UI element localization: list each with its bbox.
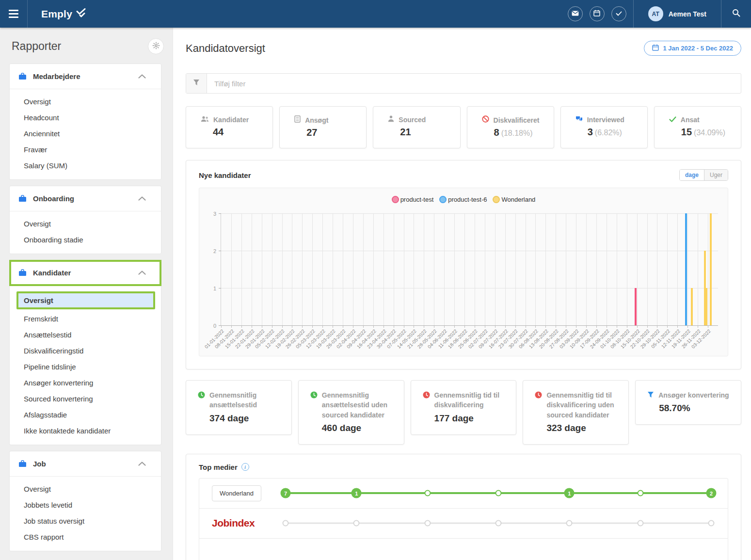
sidebar-section-header-medarbejdere[interactable]: Medarbejdere (10, 64, 161, 89)
sidebar-item-sourced-konvertering[interactable]: Sourced konvertering (10, 391, 161, 407)
sidebar-item-fremskridt[interactable]: Fremskridt (10, 311, 161, 327)
user-menu[interactable]: AT Aemen Test (634, 0, 721, 28)
filter-input[interactable] (207, 74, 741, 93)
chart-gridline-vertical (526, 213, 526, 325)
chart-gridline-vertical (667, 213, 668, 325)
legend-item-product-test[interactable]: product-test (392, 196, 434, 203)
toggle-option-weeks[interactable]: Uger (704, 170, 728, 180)
top-media-list: Wonderland7112Jobindex (199, 478, 728, 560)
sidebar-item-afslagsstadie[interactable]: Afslagsstadie (10, 407, 161, 423)
sidebar-item-cbs-rapport[interactable]: CBS rapport (10, 529, 161, 545)
stat-value: 8(18.18%) (482, 127, 550, 138)
sidebar-item-pipeline-tidslinje[interactable]: Pipeline tidslinje (10, 359, 161, 375)
chevron-up-icon[interactable] (138, 271, 146, 275)
chart-x-tick (302, 325, 303, 328)
global-search-button[interactable] (721, 0, 751, 28)
media-stage-node-filled: 1 (352, 488, 362, 498)
legend-item-product-test-6[interactable]: product-test-6 (439, 196, 487, 203)
info-icon[interactable]: i (241, 463, 249, 471)
tasks-button[interactable] (611, 6, 626, 21)
sidebar-section-header-kandidater[interactable]: Kandidater (10, 260, 161, 286)
media-stage-node-empty (637, 490, 643, 496)
metric-value: 177 dage (423, 413, 509, 424)
chart-gridline-vertical (677, 213, 678, 325)
chart-gridline-vertical (586, 213, 587, 325)
calendar-icon (593, 10, 600, 18)
chart-gridline-vertical (241, 213, 242, 325)
metric-card-gennemsnitlig-ans-ttelsestid-uden-sourced-kandidater: Gennemsnitlig ansættelsestid uden source… (298, 380, 404, 445)
emply-logo[interactable]: Emply (41, 8, 86, 20)
sidebar-item-oversigt[interactable]: Oversigt (10, 94, 161, 110)
chart-y-label: 2 (205, 248, 216, 254)
filter-bar (186, 73, 741, 94)
chevron-up-icon[interactable] (138, 462, 146, 466)
date-range-button[interactable]: 1 Jan 2022 - 5 Dec 2022 (644, 41, 741, 56)
chart-gridline-horizontal (221, 288, 718, 288)
stat-label: Ansøgt (305, 116, 328, 124)
media-name: Wonderland (212, 485, 286, 501)
media-filter-button-wonderland[interactable]: Wonderland (212, 485, 261, 501)
sidebar-settings-button[interactable] (148, 38, 164, 54)
calendar-button[interactable] (590, 6, 605, 21)
stat-card-kandidater: Kandidater44 (186, 106, 273, 148)
chart-x-tick (363, 325, 364, 328)
chevron-up-icon[interactable] (138, 74, 146, 79)
stat-value: 44 (201, 127, 269, 138)
emply-logo-mark-icon (76, 8, 86, 20)
chart-x-tick (353, 325, 353, 328)
sidebar-item-oversigt[interactable]: Oversigt (10, 481, 161, 497)
sidebar-item-ikke-kontaktede-kandidater[interactable]: Ikke kontaktede kandidater (10, 423, 161, 439)
chart-y-label: 3 (205, 211, 216, 217)
sidebar-section-label: Medarbejdere (33, 72, 138, 80)
chart-x-tick (434, 325, 434, 328)
stat-card-interviewed: Interviewed3(6.82%) (560, 106, 648, 148)
chart-gridline-vertical (708, 213, 708, 325)
sidebar-section-header-job[interactable]: Job (10, 451, 161, 477)
media-pipeline-track: 7112 (286, 479, 711, 508)
sidebar-item-oversigt[interactable]: Oversigt (16, 291, 155, 309)
sidebar-item-onboarding-stadie[interactable]: Onboarding stadie (10, 232, 161, 248)
sidebar-item-frav-r[interactable]: Fravær (10, 142, 161, 158)
chart-x-tick (556, 325, 556, 328)
sidebar-item-ans-ger-konvertering[interactable]: Ansøger konvertering (10, 375, 161, 391)
sidebar-item-salary-sum[interactable]: Salary (SUM) (10, 158, 161, 174)
stat-card-ans-gt: Ansøgt27 (279, 106, 367, 148)
sidebar-item-ans-ttelsestid[interactable]: Ansættelsestid (10, 327, 161, 343)
top-media-panel: Top medier i Wonderland7112Jobindex (186, 454, 741, 560)
chart-gridline-vertical (698, 213, 698, 325)
legend-label: Wonderland (501, 196, 535, 203)
chart-x-tick (485, 325, 485, 328)
chart-x-tick (282, 325, 283, 328)
navbar-actions: AT Aemen Test (568, 0, 751, 28)
chart-x-tick (333, 325, 333, 328)
chart-bar-product-test-6 (685, 213, 687, 325)
chart-y-tick (219, 251, 221, 251)
media-stage-node-empty (637, 520, 643, 527)
chart-gridline-vertical (424, 213, 424, 325)
chart-x-tick (272, 325, 272, 328)
avatar: AT (648, 6, 663, 21)
chart-x-tick (535, 325, 536, 328)
sidebar-section-header-onboarding[interactable]: Onboarding (10, 186, 161, 211)
sidebar-item-oversigt[interactable]: Oversigt (10, 216, 161, 232)
legend-item-wonderland[interactable]: Wonderland (493, 196, 535, 203)
chart-gridline-vertical (515, 213, 516, 325)
date-range-label: 1 Jan 2022 - 5 Dec 2022 (663, 45, 733, 52)
chart-bar-wonderland (705, 288, 707, 325)
media-stage-node-empty (283, 520, 289, 527)
sidebar-item-jobbets-levetid[interactable]: Jobbets levetid (10, 497, 161, 513)
chart-legend: product-testproduct-test-6Wonderland (199, 196, 728, 203)
sidebar-item-headcount[interactable]: Headcount (10, 110, 161, 126)
hamburger-menu-button[interactable] (0, 0, 28, 28)
sidebar-item-diskvalificeringstid[interactable]: Diskvalificeringstid (10, 343, 161, 359)
chart-x-tick (424, 325, 424, 328)
chart-gridline-vertical (414, 213, 414, 325)
toggle-option-days[interactable]: dage (680, 170, 704, 180)
sidebar-item-job-status-oversigt[interactable]: Job status oversigt (10, 513, 161, 529)
chart-x-tick (526, 325, 526, 328)
chevron-up-icon[interactable] (138, 196, 146, 201)
briefcase-icon (18, 195, 27, 202)
sidebar-item-anciennitet[interactable]: Anciennitet (10, 126, 161, 142)
chart-x-tick (698, 325, 698, 328)
messages-button[interactable] (568, 6, 583, 21)
